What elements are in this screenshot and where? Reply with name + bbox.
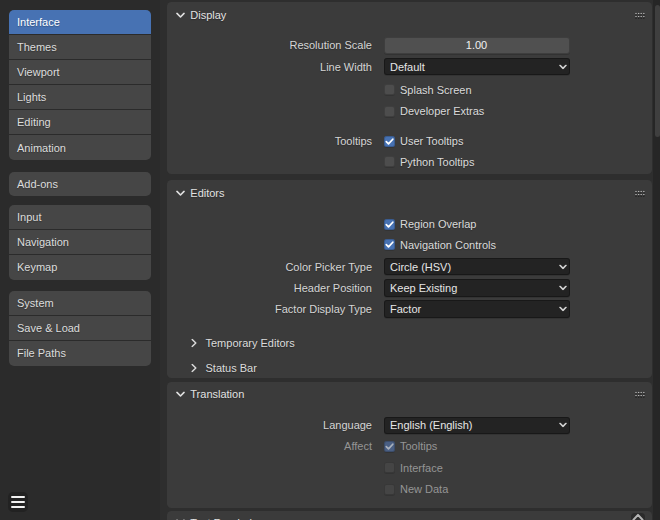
sidebar-item-label: Add-ons [17,178,58,190]
line-width-dropdown[interactable]: Default [384,58,570,76]
panel-translation-header[interactable]: Translation [167,382,652,409]
panel-grip-icon[interactable] [635,392,646,399]
chevron-right-icon [191,338,197,347]
row-affect-new-data: New Data [167,480,652,498]
scrollbar-thumb[interactable] [655,5,660,137]
chevron-down-icon [559,264,567,269]
sidebar-item-system[interactable]: System [9,291,151,315]
panel-editors: Editors Region Overlap Navigation Contro… [167,180,652,378]
row-header-position: Header Position Keep Existing [167,279,652,297]
row-factor-display-type: Factor Display Type Factor [167,300,652,318]
region-overlap-checkbox[interactable] [384,219,395,230]
subpanel-temporary-editors[interactable]: Temporary Editors [167,333,652,353]
header-position-dropdown[interactable]: Keep Existing [384,279,570,297]
splash-screen-checkbox[interactable] [384,84,395,95]
sidebar-item-label: Editing [17,116,51,128]
sidebar-item-label: Viewport [17,66,60,78]
field-label: Header Position [167,279,372,297]
panel-grip-icon[interactable] [635,190,646,197]
dropdown-value: Keep Existing [390,282,457,294]
dropdown-value: Circle (HSV) [390,261,451,273]
sidebar-item-editing[interactable]: Editing [9,110,151,134]
sidebar-item-label: File Paths [17,347,66,359]
navigation-controls-checkbox[interactable] [384,239,395,250]
sidebar-item-label: System [17,297,54,309]
row-developer-extras: Developer Extras [167,102,652,120]
sidebar-item-animation[interactable]: Animation [9,135,151,159]
panel-title: Text Rendering [190,516,264,520]
checkmark-icon [384,239,395,250]
checkbox-label: Tooltips [400,438,437,456]
sidebar-item-lights[interactable]: Lights [9,85,151,109]
sidebar-item-label: Input [17,211,41,223]
row-navigation-controls: Navigation Controls [167,236,652,254]
panel-title: Display [190,9,226,21]
checkbox-label: Navigation Controls [400,236,496,254]
panel-display-header[interactable]: Display [167,2,652,29]
language-dropdown[interactable]: English (English) [384,417,570,435]
preferences-main-region: Display Resolution Scale 1.00 Line Width… [160,0,660,520]
python-tooltips-checkbox[interactable] [384,156,395,167]
field-label: Line Width [167,58,372,76]
row-user-tooltips: Tooltips User Tooltips [167,133,652,151]
checkmark-icon [384,219,395,230]
panel-editors-header[interactable]: Editors [167,180,652,207]
user-tooltips-checkbox[interactable] [384,136,395,147]
field-label: Factor Display Type [167,300,372,318]
checkbox-label: User Tooltips [400,133,463,151]
sidebar-item-save-load[interactable]: Save & Load [9,316,151,340]
sidebar-item-viewport[interactable]: Viewport [9,60,151,84]
developer-extras-checkbox[interactable] [384,106,395,117]
row-affect-tooltips: Affect Tooltips [167,438,652,456]
panel-title: Translation [190,388,244,400]
affect-interface-checkbox[interactable] [384,462,395,473]
factor-display-type-dropdown[interactable]: Factor [384,300,570,318]
nav-group-addons: Add-ons [9,172,151,196]
sidebar-item-input[interactable]: Input [9,205,151,229]
row-resolution-scale: Resolution Scale 1.00 [167,37,652,55]
subpanel-title: Temporary Editors [206,337,295,349]
row-language: Language English (English) [167,417,652,435]
nav-group-input: Input Navigation Keymap [9,205,151,280]
field-label: Tooltips [167,133,372,151]
blender-preferences-window: { "sidebar": { "groups": [ { "items": [ … [0,0,660,520]
chevron-down-icon [559,285,567,290]
sidebar-item-label: Navigation [17,236,69,248]
resolution-scale-slider[interactable]: 1.00 [384,37,570,55]
chevron-down-icon [559,64,567,69]
sidebar-item-label: Save & Load [17,322,80,334]
sidebar-item-file-paths[interactable]: File Paths [9,341,151,365]
checkbox-label: Interface [400,459,443,477]
row-region-overlap: Region Overlap [167,215,652,233]
nav-sidebar: Interface Themes Viewport Lights Editing… [0,0,160,520]
scrollbar-track[interactable] [653,0,660,520]
row-affect-interface: Interface [167,459,652,477]
checkbox-label: New Data [400,480,448,498]
color-picker-type-dropdown[interactable]: Circle (HSV) [384,258,570,276]
affect-tooltips-checkbox[interactable] [384,441,395,452]
chevron-down-icon [559,307,567,312]
chevron-up-icon [632,513,644,520]
checkbox-label: Python Tooltips [400,153,474,171]
field-label: Color Picker Type [167,258,372,276]
subpanel-status-bar[interactable]: Status Bar [167,358,652,378]
sidebar-item-keymap[interactable]: Keymap [9,255,151,279]
chevron-down-icon [176,12,185,18]
scroll-peek-button[interactable] [631,513,645,520]
sidebar-item-themes[interactable]: Themes [9,35,151,59]
checkbox-label: Region Overlap [400,215,476,233]
subpanel-title: Status Bar [206,362,257,374]
panel-text-rendering-header[interactable]: Text Rendering [167,511,652,520]
field-label: Language [167,417,372,435]
sidebar-item-interface[interactable]: Interface [9,10,151,34]
sidebar-item-navigation[interactable]: Navigation [9,230,151,254]
sidebar-item-addons[interactable]: Add-ons [9,172,151,196]
affect-new-data-checkbox[interactable] [384,484,395,495]
panel-translation: Translation Language English (English) A… [167,382,652,509]
panel-grip-icon[interactable] [635,12,646,19]
hamburger-menu-icon[interactable] [8,492,28,512]
sidebar-item-label: Animation [17,142,66,154]
checkmark-icon [384,441,395,452]
chevron-down-icon [176,391,185,397]
field-label: Resolution Scale [167,37,372,55]
